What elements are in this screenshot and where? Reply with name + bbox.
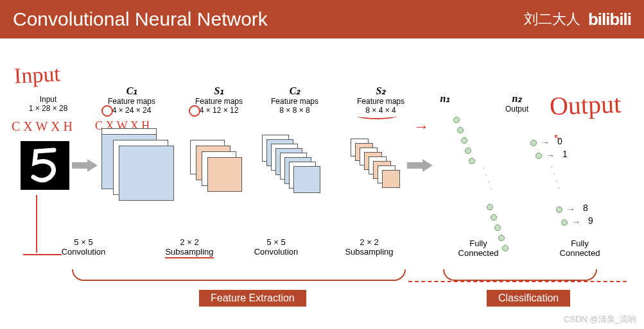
c2-header: C₂ Feature maps 8 × 8 × 8 [259,85,330,115]
op-sub2-name: Subsampling [334,247,405,257]
op-sub2-size: 2 × 2 [334,237,405,247]
hand-output-label: Output [549,89,622,121]
red-underline-s2 [357,113,397,119]
out-arrow-1: → [546,150,555,160]
badge-class: Classification [487,290,570,307]
page-title: Convolutional Neural Network [13,8,268,30]
op-fc2: Fully Connected [551,239,609,258]
c1-sub: Feature maps [96,97,167,106]
out-1: 1 [562,149,568,159]
input-name: Input [19,95,77,104]
op-sub2: 2 × 2 Subsampling [334,237,405,257]
hand-dash [408,281,627,282]
diagram-canvas: Input C X W X H C X W X H Output Input 1… [0,38,644,329]
arrow-input-c1 [72,159,98,174]
op-conv1-size: 5 × 5 [51,237,116,247]
platform-logo: bilibili [588,10,631,30]
c2-sub: Feature maps [259,97,330,106]
s2-name: S₂ [345,85,416,97]
out-arrow-8: → [566,204,575,214]
out-9: 9 [588,215,593,226]
n1-header: n₁ [429,92,461,105]
op-sub1-size: 2 × 2 [154,237,225,247]
hand-input-label: Input [13,62,61,89]
out-8: 8 [583,203,588,213]
circle-s1-4 [189,105,200,117]
op-conv2-name: Convolution [244,247,308,257]
op-conv1: 5 × 5 Convolution [51,237,116,257]
hand-line-input [36,195,37,253]
n2-name: n₂ [494,92,539,105]
arrow-s2-n1 [407,159,433,174]
out-arrow-0: → [541,137,550,148]
n2-sub: Output [494,105,539,114]
input-header: Input 1 × 28 × 28 [19,95,77,113]
badge-feature: Feature Extraction [199,290,306,307]
c2-name: C₂ [259,85,330,97]
input-image [21,141,69,190]
hand-cwh1: C X W X H [12,119,73,134]
op-conv1-name: Convolution [51,247,116,257]
svg-marker-0 [72,159,98,172]
title-bar: Convolutional Neural Network 刘二大人 bilibi… [0,0,644,38]
hand-cursor: ↖ [553,132,561,143]
s1-sub: Feature maps [184,97,254,106]
c1-name: C₁ [96,85,167,97]
svg-marker-1 [407,159,433,172]
input-dims: 1 × 28 × 28 [19,104,77,113]
watermark: CSDN @清泉_流响 [564,314,636,325]
op-fc1: Fully Connected [449,239,507,258]
credits: 刘二大人 bilibili [524,10,631,30]
c2-dims: 8 × 8 × 8 [259,106,330,115]
op-conv2: 5 × 5 Convolution [244,237,308,257]
brace-class [443,269,597,281]
op-sub1-name: Subsampling [165,247,213,258]
op-conv2-size: 5 × 5 [244,237,308,247]
s1-name: S₁ [184,85,254,97]
out-arrow-9: → [571,217,580,227]
op-sub1: 2 × 2 Subsampling [154,237,225,258]
n1-name: n₁ [429,92,461,105]
n2-header: n₂ Output [494,92,539,114]
author-name: 刘二大人 [524,10,580,29]
s2-header: S₂ Feature maps 8 × 4 × 4 [345,85,416,115]
s2-sub: Feature maps [345,97,416,106]
circle-c1-4 [101,105,113,117]
brace-feature [72,269,406,281]
hand-arrow-s2: → [413,118,429,135]
